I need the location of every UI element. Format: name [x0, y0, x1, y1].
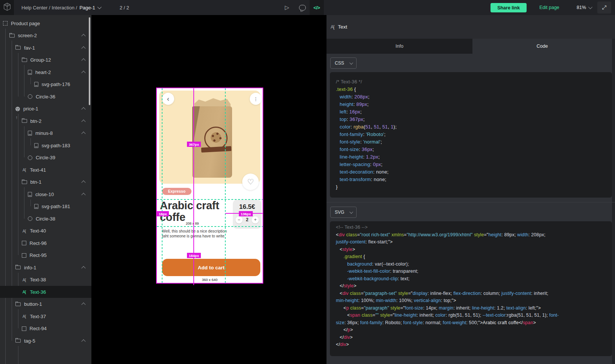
sidebar-item-text-38[interactable]: A[Text-38: [0, 273, 91, 286]
sidebar-item-heart-2[interactable]: heart-2: [0, 66, 91, 79]
sidebar-item-rect-96[interactable]: Rect-96: [0, 237, 91, 249]
sidebar-item-price-1[interactable]: price-1: [0, 103, 91, 115]
sidebar-item-circle-39[interactable]: Circle-39: [0, 151, 91, 164]
chevron-down-icon: [588, 5, 592, 9]
rect-icon: [22, 241, 26, 245]
play-button[interactable]: ▷: [281, 0, 293, 15]
sidebar-item-minus-8[interactable]: minus-8: [0, 127, 91, 139]
price-value: 16.5€: [233, 203, 261, 211]
css-format-dropdown[interactable]: CSS: [330, 57, 357, 69]
text-icon: A[: [22, 314, 27, 319]
tab-code[interactable]: Code: [472, 39, 612, 54]
folder-icon: [15, 266, 21, 269]
sidebar-item-text-41[interactable]: A[Text-41: [0, 164, 91, 176]
chevron-up-icon[interactable]: [81, 181, 85, 185]
layer-label: screen-2: [18, 33, 37, 38]
chevron-up-icon[interactable]: [81, 303, 85, 307]
circle-icon: [28, 216, 32, 221]
fullscreen-icon: ⤢: [602, 4, 606, 11]
more-options-button[interactable]: ⋮: [250, 93, 262, 105]
layer-label: svg-path-181: [42, 204, 70, 209]
inspector-title: Text: [338, 24, 347, 30]
chevron-up-icon[interactable]: [81, 132, 85, 136]
sidebar-item-text-37[interactable]: A[Text-37: [0, 310, 91, 323]
add-to-cart-button[interactable]: Add to cart: [162, 259, 260, 276]
folder-icon: [22, 180, 27, 184]
share-link-button[interactable]: Share link: [490, 3, 527, 12]
sidebar-item-btn-1[interactable]: btn-1: [0, 176, 91, 188]
code-line: </div>: [334, 334, 612, 341]
measure-badge-left: 16px: [157, 211, 169, 216]
sidebar-item-text-36[interactable]: A[Text-36: [0, 286, 91, 298]
layer-label: price-1: [23, 106, 38, 112]
app-logo[interactable]: [0, 0, 14, 15]
sidebar-item-tag-5[interactable]: tag-5: [0, 335, 91, 347]
sidebar-item-circle-38[interactable]: Circle-38: [0, 213, 91, 225]
breadcrumb-path: Help Center / Interaction /: [21, 5, 77, 11]
sidebar-item-circle-36[interactable]: Circle-36: [0, 91, 91, 103]
sidebar-item-button-1[interactable]: button-1: [0, 298, 91, 310]
code-line: -webkit-background-clip: text;: [341, 275, 612, 283]
rect-icon: [22, 253, 26, 258]
panel-scrollbar-track[interactable]: [612, 39, 615, 364]
edit-page-link[interactable]: Edit page: [539, 0, 559, 15]
chevron-up-icon[interactable]: [81, 107, 85, 112]
sidebar-item-svg-path-176[interactable]: svg-path-176: [0, 78, 91, 91]
svg-format-dropdown[interactable]: SVG: [330, 207, 357, 218]
chevron-up-icon[interactable]: [81, 193, 85, 197]
sidebar-item-btn-2[interactable]: btn-2: [0, 115, 91, 127]
zoom-level-dropdown[interactable]: 81%: [577, 0, 591, 15]
text-icon: A[: [22, 228, 27, 233]
folder-icon: [15, 46, 21, 50]
sidebar-item-group-12[interactable]: Group-12: [0, 54, 91, 66]
favorite-button[interactable]: ♡: [242, 174, 259, 190]
category-tag[interactable]: Expresso: [162, 188, 191, 195]
chevron-up-icon[interactable]: [81, 119, 85, 124]
chevron-up-icon[interactable]: [81, 71, 85, 75]
plus-button[interactable]: +: [252, 216, 259, 224]
frame-icon: [3, 21, 8, 26]
rect-icon: [22, 326, 26, 331]
code-line: color: rgba(51, 51, 51, 1);: [334, 123, 612, 131]
design-canvas[interactable]: ‹ ⋮ ♡ Expresso Arabic craft coffe 208 x …: [91, 15, 326, 364]
sidebar-item-close-10[interactable]: close-10: [0, 188, 91, 201]
sidebar-item-info-1[interactable]: info-1: [0, 261, 91, 274]
sidebar-item-fav-1[interactable]: fav-1: [0, 42, 91, 54]
sidebar-item-product page[interactable]: Product page: [0, 17, 91, 30]
chevron-up-icon[interactable]: [81, 266, 85, 270]
folder-icon: [9, 34, 15, 38]
svg-icon: [28, 131, 32, 136]
chevron-up-icon[interactable]: [81, 339, 85, 343]
fullscreen-button[interactable]: ⤢: [597, 2, 611, 14]
tab-info[interactable]: Info: [326, 39, 472, 54]
back-button[interactable]: ‹: [162, 93, 174, 105]
sidebar-item-svg-path-183[interactable]: svg-path-183: [0, 139, 91, 152]
comment-button[interactable]: [297, 0, 308, 15]
code-line: font-family: 'Roboto';: [334, 131, 612, 138]
sidebar-item-text-40[interactable]: A[Text-40: [0, 225, 91, 237]
chevron-up-icon[interactable]: [81, 34, 85, 38]
sidebar-scrollbar[interactable]: [89, 17, 90, 105]
sidebar-item-rect-94[interactable]: Rect-94: [0, 322, 91, 335]
code-line: top: 367px;: [334, 116, 612, 123]
chevron-down-icon: [349, 210, 353, 214]
sidebar-item-rect-95[interactable]: Rect-95: [0, 249, 91, 261]
product-page-frame: ‹ ⋮ ♡ Expresso Arabic craft coffe 208 x …: [156, 88, 263, 284]
layer-label: heart-2: [35, 69, 51, 75]
code-mode-button[interactable]: </>: [310, 0, 324, 15]
page-indicator: 2 / 2: [120, 0, 129, 15]
coffee-bag-image: [191, 97, 233, 178]
code-line: font-style: 'normal';: [334, 138, 612, 146]
breadcrumb[interactable]: Help Center / Interaction / Page-1: [21, 0, 100, 15]
inspector-tabs: Info Code: [326, 39, 615, 54]
layer-label: svg-path-183: [42, 143, 70, 148]
comment-icon: [299, 5, 306, 11]
sidebar-item-screen-2[interactable]: screen-2: [0, 29, 91, 42]
layer-label: tag-5: [24, 338, 35, 344]
chevron-up-icon[interactable]: [81, 46, 85, 50]
minus-button[interactable]: −: [235, 216, 243, 224]
zoom-level-value: 81%: [577, 5, 586, 10]
chevron-up-icon[interactable]: [81, 59, 85, 63]
folder-icon: [15, 339, 21, 343]
sidebar-item-svg-path-181[interactable]: svg-path-181: [0, 200, 91, 213]
